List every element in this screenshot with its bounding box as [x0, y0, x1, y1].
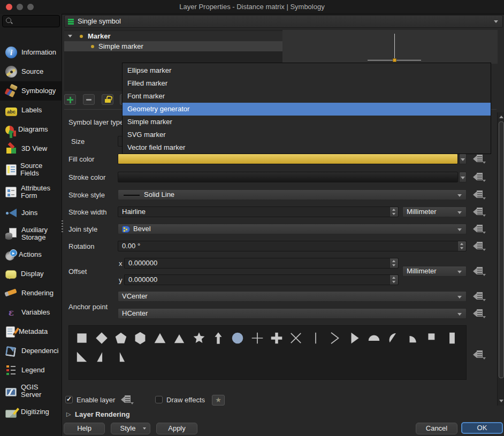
style-button[interactable]: Style [111, 423, 150, 434]
draw-effects-checkbox[interactable] [155, 396, 163, 403]
offset-x-input[interactable]: 0.000000 [124, 258, 399, 269]
sidebar-item-source[interactable]: Source [0, 62, 62, 81]
scrollbar-thumb[interactable] [499, 121, 504, 378]
sidebar-item-actions[interactable]: Actions [0, 245, 62, 264]
data-defined-override-button[interactable] [473, 172, 487, 182]
search-input[interactable] [2, 15, 60, 27]
dropdown-option-font-marker[interactable]: Font marker [123, 90, 491, 103]
enable-layer-checkbox[interactable] [65, 396, 73, 403]
shape-arrow[interactable] [209, 328, 228, 347]
scroll-down-arrow[interactable] [499, 400, 503, 402]
sidebar-item-information[interactable]: Information [0, 43, 62, 62]
dropdown-option-filled-marker[interactable]: Filled marker [123, 77, 491, 90]
shape-diamond[interactable] [91, 328, 111, 347]
dropdown-option-vector-field-marker[interactable]: Vector field marker [123, 141, 491, 154]
sidebar-item-dependencies[interactable]: Dependencies [0, 341, 62, 361]
shape-square[interactable] [72, 328, 91, 347]
shape-triangle[interactable] [150, 328, 170, 347]
stroke-color-menu-button[interactable] [459, 172, 467, 182]
fill-color-menu-button[interactable] [459, 154, 467, 164]
sidebar-item-sourcefields[interactable]: Source Fields [0, 158, 62, 181]
help-button[interactable]: Help [64, 423, 105, 434]
sidebar-item-labels[interactable]: Labels [0, 101, 62, 120]
offset-unit-select[interactable]: Millimeter [402, 266, 467, 277]
sidebar-item-variables[interactable]: Variables [0, 303, 62, 322]
dropdown-option-ellipse-marker[interactable]: Ellipse marker [123, 64, 491, 77]
offset-y-spinner[interactable] [390, 275, 398, 285]
rotation-spinner[interactable] [457, 241, 466, 251]
data-defined-override-button[interactable] [473, 266, 487, 277]
sidebar-item-metadata[interactable]: Metadata [0, 322, 62, 341]
sidebar-item-symbology[interactable]: Symbology [0, 81, 62, 101]
data-defined-override-button[interactable] [473, 206, 487, 217]
cancel-button[interactable]: Cancel [416, 423, 457, 434]
shape-right-half-triangle[interactable] [91, 347, 111, 366]
lock-color-button[interactable] [102, 94, 113, 105]
shape-quarter-square[interactable] [423, 328, 442, 347]
sidebar-item-joins[interactable]: Joins [0, 203, 62, 223]
dropdown-option-geometry-generator[interactable]: Geometry generator [123, 103, 491, 116]
renderer-select[interactable]: Single symbol [64, 15, 503, 28]
sidebar-item-auxiliarystorage[interactable]: Auxiliary Storage [0, 223, 62, 245]
sidebar-item-legend[interactable]: Legend [0, 361, 62, 380]
fill-color-button[interactable] [118, 154, 458, 164]
apply-button[interactable]: Apply [156, 423, 197, 434]
shape-third-circle[interactable] [384, 328, 403, 347]
shape-pentagon[interactable] [111, 328, 131, 347]
sidebar-item-digitizing[interactable]: Digitizing [0, 402, 62, 422]
remove-symbol-layer-button[interactable] [83, 94, 95, 105]
dropdown-option-simple-marker[interactable]: Simple marker [123, 116, 491, 128]
shape-line[interactable] [306, 328, 325, 347]
scroll-up-arrow[interactable] [499, 116, 503, 118]
sidebar-item-display[interactable]: Display [0, 264, 62, 284]
ok-button[interactable]: OK [461, 422, 503, 434]
tree-item-marker[interactable]: Marker [64, 31, 282, 41]
vertical-scrollbar[interactable] [497, 112, 504, 406]
sidebar-item-rendering[interactable]: Rendering [0, 284, 62, 303]
stroke-style-select[interactable]: Solid Line [118, 189, 467, 200]
anchor-vertical-select[interactable]: VCenter [118, 291, 467, 302]
shape-star[interactable] [189, 328, 208, 347]
data-defined-override-button[interactable] [121, 394, 135, 405]
shape-hexagon[interactable] [131, 328, 150, 347]
stroke-width-spinner[interactable] [390, 207, 398, 217]
sidebar-item-qgisserver[interactable]: QGIS Server [0, 380, 62, 402]
sidebar-item-3dview[interactable]: 3D View [0, 139, 62, 158]
add-symbol-layer-button[interactable] [64, 94, 76, 105]
data-defined-override-button[interactable] [473, 189, 487, 200]
splitter-handle[interactable] [62, 220, 63, 232]
join-style-select[interactable]: Bevel [118, 224, 467, 234]
expander-icon[interactable] [68, 35, 72, 37]
shape-semi-circle[interactable] [364, 328, 384, 347]
customize-effects-button[interactable]: ★ [212, 395, 225, 406]
collapse-arrow-icon[interactable]: ▷ [66, 411, 71, 418]
shape-filled-arrowhead[interactable] [345, 328, 364, 347]
rotation-input[interactable]: 0.00 ° [118, 241, 467, 251]
shape-equilateral-triangle[interactable] [170, 328, 189, 347]
shape-diagonal-half-square[interactable] [72, 347, 91, 366]
data-defined-override-button[interactable] [473, 224, 487, 234]
layer-rendering-section[interactable]: Layer Rendering [75, 410, 130, 418]
shape-left-half-triangle[interactable] [111, 347, 131, 366]
offset-y-input[interactable]: 0.000000 [124, 274, 399, 285]
shape-cross2[interactable] [286, 328, 306, 347]
shape-cross[interactable] [248, 328, 267, 347]
offset-x-spinner[interactable] [390, 258, 398, 268]
shape-quarter-circle[interactable] [403, 328, 423, 347]
shape-circle-selected[interactable] [228, 328, 247, 347]
data-defined-override-button[interactable] [473, 291, 487, 302]
stroke-width-input[interactable]: Hairline [118, 206, 399, 217]
stroke-color-button[interactable] [118, 172, 458, 182]
shape-arrowhead[interactable] [325, 328, 345, 347]
data-defined-override-button[interactable] [473, 241, 487, 251]
stroke-width-unit-select[interactable]: Millimeter [402, 206, 467, 217]
sidebar-item-attributesform[interactable]: Attributes Form [0, 181, 62, 203]
dropdown-option-svg-marker[interactable]: SVG marker [123, 128, 491, 141]
shape-half-square[interactable] [442, 328, 461, 347]
sidebar-item-diagrams[interactable]: Diagrams [0, 120, 62, 139]
data-defined-override-button[interactable] [473, 349, 487, 360]
shape-cross-fill[interactable] [267, 328, 286, 347]
data-defined-override-button[interactable] [473, 308, 487, 319]
data-defined-override-button[interactable] [473, 154, 487, 164]
tree-item-simple-marker[interactable]: Simple marker [64, 41, 282, 51]
